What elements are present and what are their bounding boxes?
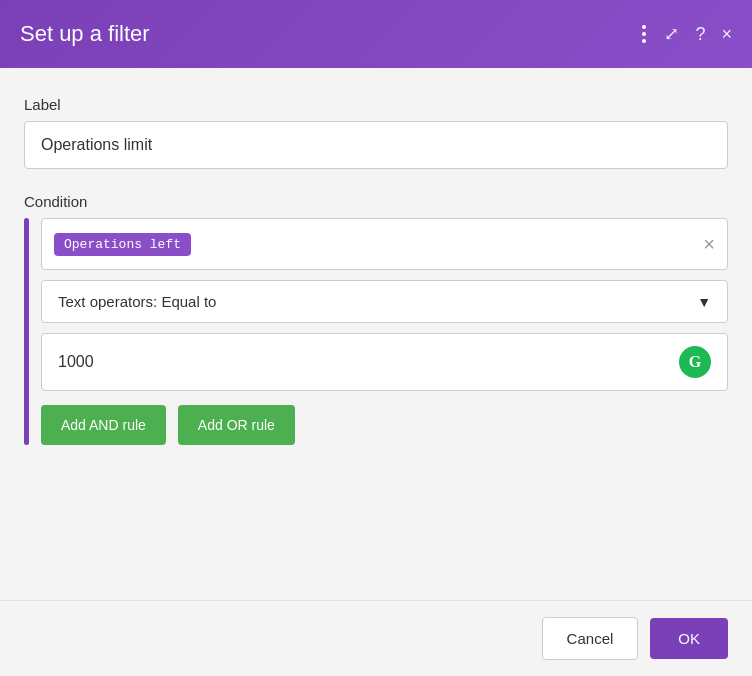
dialog-footer: Cancel OK: [0, 600, 752, 676]
expand-icon[interactable]: ⤢: [664, 25, 679, 43]
label-input[interactable]: [24, 121, 728, 169]
condition-label: Condition: [24, 193, 728, 210]
tag-input-row[interactable]: Operations left ×: [41, 218, 728, 270]
more-options-icon[interactable]: [640, 23, 648, 45]
remove-tag-icon[interactable]: ×: [703, 234, 715, 254]
dialog-body: Label Condition Operations left × Text o…: [0, 68, 752, 600]
help-icon[interactable]: ?: [695, 25, 705, 43]
condition-bar: [24, 218, 29, 445]
value-input-row: G: [41, 333, 728, 391]
close-icon[interactable]: ×: [721, 25, 732, 43]
label-field-section: Label: [24, 96, 728, 169]
header-actions: ⤢ ? ×: [640, 23, 732, 45]
grammarly-icon[interactable]: G: [679, 346, 711, 378]
value-input[interactable]: [58, 353, 679, 371]
operator-select[interactable]: Text operators: Equal to ▼: [41, 280, 728, 323]
condition-content: Operations left × Text operators: Equal …: [41, 218, 728, 445]
add-and-rule-button[interactable]: Add AND rule: [41, 405, 166, 445]
condition-block: Operations left × Text operators: Equal …: [24, 218, 728, 445]
operations-left-tag[interactable]: Operations left: [54, 233, 191, 256]
dialog-title: Set up a filter: [20, 21, 150, 47]
rule-buttons: Add AND rule Add OR rule: [41, 405, 728, 445]
ok-button[interactable]: OK: [650, 618, 728, 659]
grammarly-g: G: [689, 353, 701, 371]
operator-label: Text operators: Equal to: [58, 293, 697, 310]
condition-section: Condition Operations left × Text operato…: [24, 193, 728, 445]
cancel-button[interactable]: Cancel: [542, 617, 639, 660]
add-or-rule-button[interactable]: Add OR rule: [178, 405, 295, 445]
dialog-header: Set up a filter ⤢ ? ×: [0, 0, 752, 68]
dialog-container: Set up a filter ⤢ ? × Label Condition: [0, 0, 752, 676]
label-field-label: Label: [24, 96, 728, 113]
dropdown-arrow-icon: ▼: [697, 294, 711, 310]
